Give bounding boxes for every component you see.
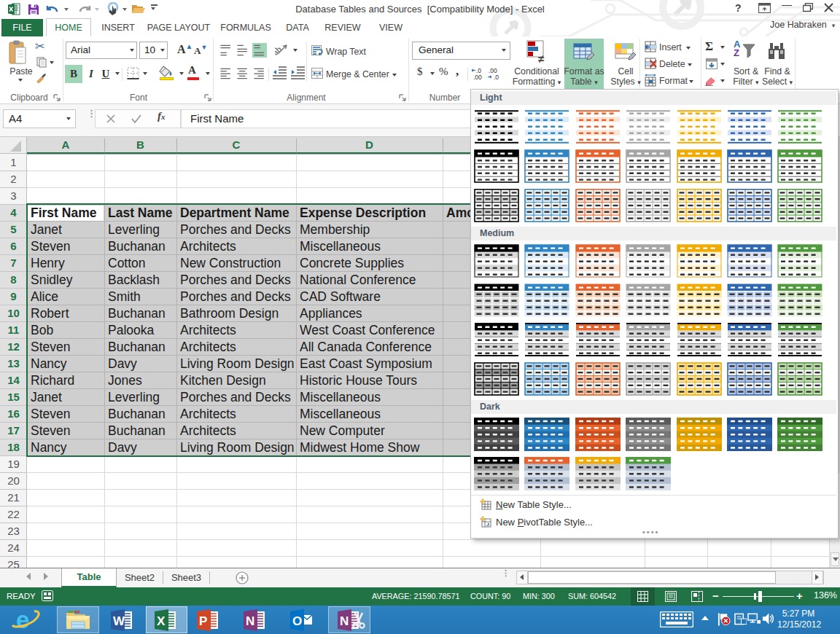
- svg-text:W: W: [113, 614, 125, 628]
- svg-text:N: N: [340, 614, 349, 628]
- svg-text:P: P: [199, 614, 207, 628]
- svg-text:.00: .00: [473, 74, 482, 81]
- svg-text:e: e: [16, 608, 29, 633]
- svg-text:X: X: [157, 614, 166, 628]
- svg-text:O: O: [292, 614, 302, 628]
- svg-text:ab: ab: [275, 44, 284, 57]
- svg-text:≠: ≠: [538, 52, 545, 63]
- svg-text:.0: .0: [494, 74, 499, 81]
- svg-text:N: N: [246, 614, 254, 628]
